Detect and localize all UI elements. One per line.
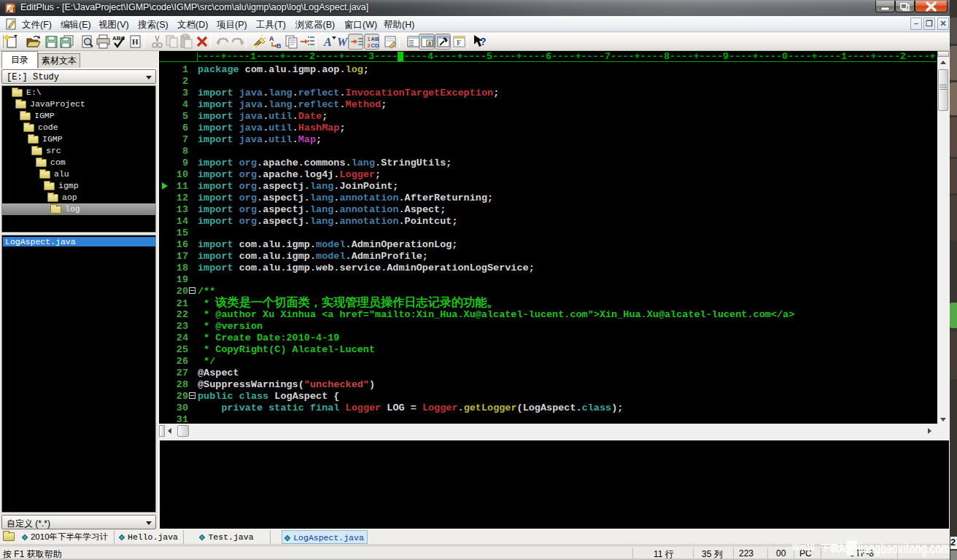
svg-text:AB: AB (371, 36, 379, 42)
svg-text:F: F (457, 39, 461, 47)
svg-text:W: W (337, 36, 349, 48)
svg-text:B: B (276, 42, 282, 50)
svg-text:CD: CD (371, 42, 379, 49)
svg-text:?: ? (480, 36, 487, 47)
svg-text:8: 8 (428, 41, 431, 46)
svg-text:A: A (269, 35, 274, 42)
svg-text:1: 1 (368, 36, 371, 42)
svg-text:2: 2 (368, 42, 371, 49)
svg-text:H: H (132, 37, 139, 46)
svg-text:A: A (323, 36, 332, 48)
